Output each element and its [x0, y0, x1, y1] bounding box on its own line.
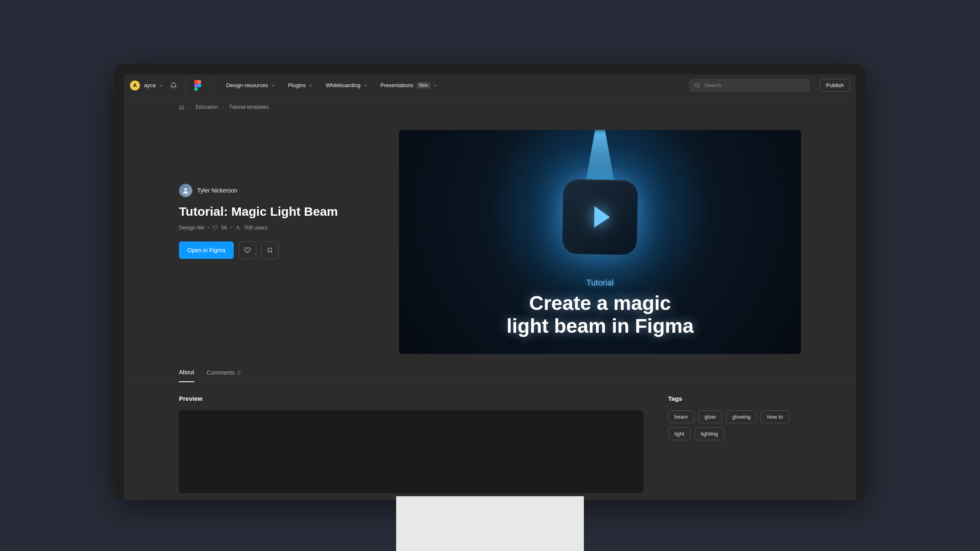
hero-kicker: Tutorial: [586, 278, 614, 288]
open-in-figma-button[interactable]: Open in Figma: [179, 241, 234, 259]
separator: •: [230, 224, 233, 231]
tag-glowing[interactable]: glowing: [726, 410, 757, 423]
tabs: About Comments 0: [124, 354, 856, 383]
file-type-label: Design file: [179, 224, 204, 231]
author-row[interactable]: Tyler Nickerson: [179, 184, 387, 197]
publish-button[interactable]: Publish: [820, 79, 850, 92]
search-icon: [694, 83, 700, 88]
breadcrumb-education[interactable]: Education: [196, 104, 218, 110]
hero-image: Tutorial Create a magic light beam in Fi…: [399, 130, 801, 354]
breadcrumb-tutorial-templates[interactable]: Tutorial templates: [229, 104, 269, 110]
main-nav: Design resources Plugins Whiteboarding P…: [226, 82, 436, 88]
hero-headline-line2: light beam in Figma: [507, 315, 694, 337]
resource-meta: Design file • 56 • 708 users: [179, 224, 387, 231]
nav-whiteboarding[interactable]: Whiteboarding: [326, 82, 367, 88]
play-tile-graphic: [562, 179, 638, 255]
tab-label: Comments: [207, 369, 235, 376]
heart-icon: [213, 225, 218, 230]
lower-section: Preview Tags beam glow glowing how to li…: [124, 383, 856, 493]
preview-heading: Preview: [179, 395, 643, 402]
page-title: Tutorial: Magic Light Beam: [179, 205, 387, 219]
figma-logo-icon[interactable]: [194, 80, 201, 91]
svg-point-2: [184, 188, 187, 190]
user-avatar[interactable]: A: [130, 80, 140, 90]
breadcrumb: › Education › Tutorial templates: [124, 97, 856, 110]
tag-beam[interactable]: beam: [668, 410, 694, 423]
main-content: Tyler Nickerson Tutorial: Magic Light Be…: [124, 110, 856, 354]
users-count: 708 users: [244, 224, 267, 231]
play-icon: [594, 206, 610, 228]
new-badge: New: [417, 82, 430, 88]
author-avatar: [179, 184, 192, 197]
bookmark-button[interactable]: [261, 241, 279, 259]
svg-point-1: [696, 83, 699, 87]
chevron-down-icon: [364, 84, 367, 87]
search-box[interactable]: [689, 79, 810, 92]
tab-comments[interactable]: Comments 0: [207, 369, 240, 382]
likes-count: 56: [221, 224, 227, 231]
heart-icon: [244, 247, 251, 254]
bookmark-icon: [267, 247, 273, 254]
nav-label: Design resources: [226, 82, 268, 88]
user-icon: [235, 225, 240, 230]
tab-label: About: [179, 369, 194, 375]
tag-glow[interactable]: glow: [698, 410, 722, 423]
comments-count: 0: [237, 369, 240, 376]
nav-design-resources[interactable]: Design resources: [226, 82, 274, 88]
hero-headline: Create a magic light beam in Figma: [507, 292, 694, 337]
svg-point-0: [198, 83, 201, 87]
chevron-down-icon: [272, 84, 275, 87]
app-content: A ayca Design resources: [124, 74, 856, 500]
app-window: A ayca Design resources: [114, 64, 866, 500]
nav-label: Plugins: [288, 82, 306, 88]
nav-label: Presentations: [380, 82, 414, 88]
tag-light[interactable]: light: [668, 427, 691, 440]
top-header: A ayca Design resources: [124, 74, 856, 97]
svg-point-3: [237, 226, 239, 228]
search-input[interactable]: [704, 82, 805, 88]
tag-lighting[interactable]: lighting: [695, 427, 724, 440]
notifications-icon[interactable]: [170, 82, 177, 89]
action-row: Open in Figma: [179, 241, 387, 259]
preview-section: Preview: [179, 395, 643, 493]
chevron-down-icon: [309, 84, 312, 87]
nav-label: Whiteboarding: [326, 82, 360, 88]
divider: [185, 74, 186, 97]
home-icon[interactable]: [179, 105, 184, 110]
nav-plugins[interactable]: Plugins: [288, 82, 313, 88]
preview-canvas[interactable]: [179, 410, 643, 493]
breadcrumb-separator: ›: [223, 105, 224, 110]
like-button[interactable]: [239, 241, 256, 259]
tags-section: Tags beam glow glowing how to light ligh…: [668, 395, 801, 493]
separator: •: [208, 224, 210, 231]
tags-heading: Tags: [668, 395, 801, 402]
user-name-label[interactable]: ayca: [144, 82, 155, 88]
tag-how-to[interactable]: how to: [761, 410, 789, 423]
tab-about[interactable]: About: [179, 369, 194, 382]
chevron-down-icon[interactable]: [159, 84, 163, 87]
breadcrumb-separator: ›: [189, 105, 191, 110]
hero-headline-line1: Create a magic: [507, 292, 694, 315]
nav-presentations[interactable]: Presentations New: [380, 82, 437, 88]
chevron-down-icon: [434, 84, 437, 87]
resource-info: Tyler Nickerson Tutorial: Magic Light Be…: [179, 130, 387, 354]
divider: [210, 74, 210, 97]
author-name: Tyler Nickerson: [197, 187, 237, 194]
secondary-preview-strip: [396, 496, 584, 551]
tags-list: beam glow glowing how to light lighting: [668, 410, 801, 440]
